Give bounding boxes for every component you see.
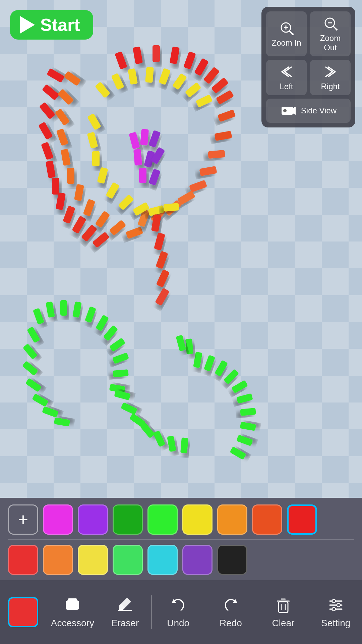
zoom-in-icon xyxy=(279,20,295,36)
side-view-label: Side View xyxy=(301,106,337,115)
svg-rect-80 xyxy=(113,369,129,377)
svg-rect-77 xyxy=(103,325,118,341)
svg-rect-38 xyxy=(164,200,182,216)
svg-rect-60 xyxy=(148,130,161,148)
svg-rect-86 xyxy=(32,393,49,407)
svg-rect-62 xyxy=(144,150,155,168)
svg-rect-49 xyxy=(163,203,179,212)
zoom-out-button[interactable]: Zoom Out xyxy=(310,11,351,56)
svg-rect-99 xyxy=(185,338,193,355)
undo-icon xyxy=(169,596,188,614)
redo-icon xyxy=(221,596,240,614)
svg-rect-37 xyxy=(177,191,195,205)
svg-rect-13 xyxy=(41,142,54,160)
svg-rect-15 xyxy=(52,178,59,195)
side-view-button[interactable]: Side View xyxy=(266,99,351,123)
svg-rect-47 xyxy=(133,202,150,216)
svg-rect-27 xyxy=(74,184,84,201)
setting-button[interactable]: Setting xyxy=(309,580,362,644)
zoom-out-icon xyxy=(322,15,339,32)
right-button[interactable]: Right xyxy=(310,60,351,95)
svg-point-116 xyxy=(336,29,338,31)
svg-rect-94 xyxy=(236,393,253,404)
svg-rect-20 xyxy=(92,232,110,248)
svg-rect-66 xyxy=(151,214,161,232)
color-yellow2[interactable] xyxy=(78,545,108,575)
color-bright-green[interactable] xyxy=(147,504,178,535)
svg-rect-24 xyxy=(56,128,68,146)
color-yellow[interactable] xyxy=(182,504,213,535)
svg-rect-102 xyxy=(121,402,137,415)
play-icon xyxy=(20,16,35,34)
svg-rect-18 xyxy=(72,216,86,234)
eraser-button[interactable]: Eraser xyxy=(99,580,152,644)
svg-rect-32 xyxy=(218,109,236,122)
svg-rect-35 xyxy=(199,166,217,176)
svg-rect-44 xyxy=(97,167,108,184)
svg-rect-40 xyxy=(137,209,150,227)
right-icon xyxy=(322,64,339,80)
svg-rect-34 xyxy=(208,150,225,159)
svg-rect-7 xyxy=(211,77,229,94)
svg-rect-92 xyxy=(224,369,239,385)
svg-rect-70 xyxy=(155,288,170,306)
svg-rect-96 xyxy=(240,422,256,431)
redo-button[interactable]: Redo xyxy=(204,580,257,644)
svg-rect-69 xyxy=(156,269,170,288)
svg-rect-59 xyxy=(140,129,149,146)
controls-panel: Zoom In Zoom Out Left Righ xyxy=(261,7,355,127)
color-orange2[interactable] xyxy=(43,545,73,575)
svg-rect-43 xyxy=(92,151,100,166)
color-purple2[interactable] xyxy=(182,545,213,575)
color-purple[interactable] xyxy=(78,504,108,535)
side-view-icon xyxy=(280,103,296,119)
svg-rect-76 xyxy=(96,315,109,331)
svg-rect-97 xyxy=(236,435,253,446)
svg-rect-57 xyxy=(196,94,213,107)
color-dark-orange[interactable] xyxy=(252,504,282,535)
svg-rect-0 xyxy=(115,51,127,70)
add-color-button[interactable]: + xyxy=(8,504,38,535)
svg-rect-106 xyxy=(167,436,176,452)
svg-rect-42 xyxy=(87,132,98,149)
svg-rect-83 xyxy=(23,343,38,360)
svg-rect-26 xyxy=(67,168,74,184)
start-button[interactable]: Start xyxy=(10,10,93,40)
color-orange[interactable] xyxy=(217,504,247,535)
zoom-in-label: Zoom In xyxy=(272,38,301,48)
svg-rect-5 xyxy=(194,58,209,76)
accessory-button[interactable]: Accessory xyxy=(46,580,99,644)
svg-rect-88 xyxy=(54,417,70,427)
toolbar: Accessory Eraser Undo Redo xyxy=(0,580,362,644)
setting-label: Setting xyxy=(321,618,350,629)
color-dark-green[interactable] xyxy=(113,504,143,535)
clear-label: Clear xyxy=(272,618,295,629)
undo-button[interactable]: Undo xyxy=(152,580,204,644)
svg-rect-121 xyxy=(68,598,77,602)
color-cyan[interactable] xyxy=(147,545,178,575)
svg-rect-9 xyxy=(47,68,65,83)
svg-rect-29 xyxy=(95,211,110,228)
svg-rect-25 xyxy=(61,149,71,166)
svg-rect-33 xyxy=(214,131,232,141)
svg-rect-58 xyxy=(129,132,140,149)
palette-row-1: + xyxy=(8,504,354,535)
color-green2[interactable] xyxy=(113,545,143,575)
color-red[interactable] xyxy=(287,504,317,535)
svg-rect-73 xyxy=(60,300,67,316)
left-button[interactable]: Left xyxy=(266,60,307,95)
color-magenta[interactable] xyxy=(43,504,73,535)
clear-button[interactable]: Clear xyxy=(257,580,310,644)
color-red2[interactable] xyxy=(8,545,38,575)
svg-rect-6 xyxy=(203,67,220,84)
selected-color-display[interactable] xyxy=(8,597,38,627)
zoom-in-button[interactable]: Zoom In xyxy=(266,11,307,56)
svg-rect-52 xyxy=(128,68,138,85)
color-black[interactable] xyxy=(217,545,247,575)
right-label: Right xyxy=(321,82,340,91)
svg-rect-72 xyxy=(46,302,55,318)
svg-rect-46 xyxy=(118,194,134,210)
svg-rect-98 xyxy=(230,446,246,460)
svg-rect-68 xyxy=(156,251,168,269)
svg-rect-23 xyxy=(55,108,70,126)
